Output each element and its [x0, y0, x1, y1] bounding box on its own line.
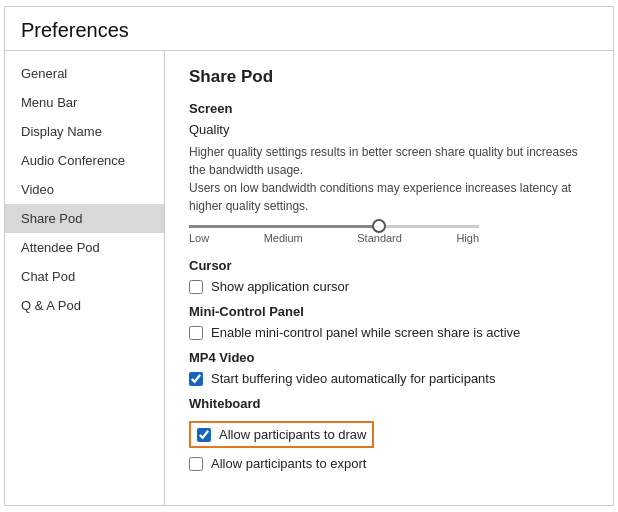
- show-cursor-row: Show application cursor: [189, 279, 589, 294]
- sidebar-item-menu-bar[interactable]: Menu Bar: [5, 88, 164, 117]
- quality-slider-container: [189, 225, 479, 228]
- sidebar-item-qa-pod[interactable]: Q & A Pod: [5, 291, 164, 320]
- sidebar-item-audio-conference[interactable]: Audio Conference: [5, 146, 164, 175]
- show-cursor-checkbox[interactable]: [189, 280, 203, 294]
- slider-thumb[interactable]: [372, 219, 386, 233]
- slider-fill: [189, 225, 380, 228]
- mini-control-checkbox-label: Enable mini-control panel while screen s…: [211, 325, 520, 340]
- slider-label-high: High: [456, 232, 479, 244]
- slider-label-standard: Standard: [357, 232, 402, 244]
- slider-label-medium: Medium: [264, 232, 303, 244]
- page-title: Preferences: [21, 19, 129, 41]
- slider-label-low: Low: [189, 232, 209, 244]
- sidebar-item-general[interactable]: General: [5, 59, 164, 88]
- allow-export-label: Allow participants to export: [211, 456, 366, 471]
- section-title: Share Pod: [189, 67, 589, 87]
- sidebar-item-video[interactable]: Video: [5, 175, 164, 204]
- main-content: Share Pod Screen Quality Higher quality …: [165, 51, 613, 505]
- show-cursor-label: Show application cursor: [211, 279, 349, 294]
- sidebar-item-attendee-pod[interactable]: Attendee Pod: [5, 233, 164, 262]
- quality-description: Higher quality settings results in bette…: [189, 143, 589, 215]
- mini-control-checkbox[interactable]: [189, 326, 203, 340]
- start-buffering-row: Start buffering video automatically for …: [189, 371, 589, 386]
- allow-export-row: Allow participants to export: [189, 456, 589, 471]
- sidebar-item-display-name[interactable]: Display Name: [5, 117, 164, 146]
- allow-draw-checkbox[interactable]: [197, 428, 211, 442]
- sidebar: General Menu Bar Display Name Audio Conf…: [5, 51, 165, 505]
- allow-draw-label: Allow participants to draw: [219, 427, 366, 442]
- screen-label: Screen: [189, 101, 589, 116]
- start-buffering-checkbox[interactable]: [189, 372, 203, 386]
- allow-export-checkbox[interactable]: [189, 457, 203, 471]
- mp4-label: MP4 Video: [189, 350, 589, 365]
- quality-label: Quality: [189, 122, 589, 137]
- whiteboard-label: Whiteboard: [189, 396, 589, 411]
- slider-track: [189, 225, 479, 228]
- sidebar-item-share-pod[interactable]: Share Pod: [5, 204, 164, 233]
- sidebar-item-chat-pod[interactable]: Chat Pod: [5, 262, 164, 291]
- cursor-label: Cursor: [189, 258, 589, 273]
- slider-labels: Low Medium Standard High: [189, 232, 479, 244]
- mini-control-label: Mini-Control Panel: [189, 304, 589, 319]
- mini-control-row: Enable mini-control panel while screen s…: [189, 325, 589, 340]
- start-buffering-label: Start buffering video automatically for …: [211, 371, 495, 386]
- allow-draw-row: Allow participants to draw: [189, 421, 374, 448]
